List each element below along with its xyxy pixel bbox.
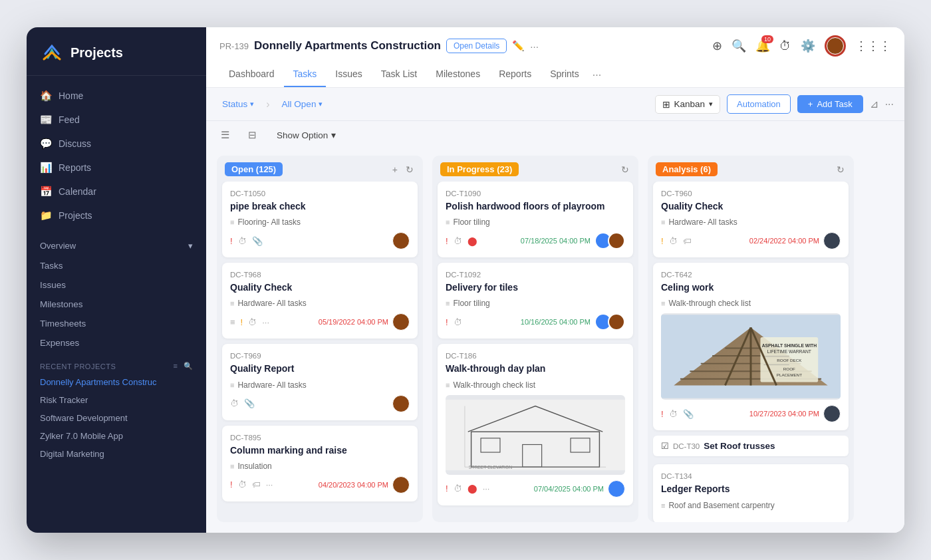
card-id: DC-T895 [230, 434, 410, 442]
sidebar-sub-expenses[interactable]: Expenses [27, 333, 206, 352]
card-footer: ! ⏱ 📎 [230, 232, 410, 249]
card-avatar [392, 476, 410, 493]
show-option-chevron: ▾ [331, 130, 336, 140]
open-badge: Open (125) [225, 162, 283, 176]
kanban-button[interactable]: ⊞ Kanban ▾ [655, 95, 721, 114]
recent-project-zylker[interactable]: Zylker 7.0 Mobile App [27, 427, 206, 445]
column-analysis-header: Analysis (6) ↻ [648, 156, 854, 182]
tag2-icon: 🏷 [683, 236, 692, 246]
sidebar-sub-milestones[interactable]: Milestones [27, 295, 206, 314]
recent-project-software[interactable]: Software Development [27, 409, 206, 427]
card-meta: ⏱ 📎 [230, 398, 255, 408]
subtask-left: ☑ DC-T30 Set Roof trusses [661, 441, 775, 451]
more-options-icon[interactable]: ··· [885, 98, 894, 110]
more-icon[interactable]: ··· [530, 41, 539, 52]
topbar-row1: PR-139 Donnelly Apartments Construction … [219, 35, 891, 57]
card-section: ≡ Roof and Basement carpentry [661, 501, 841, 510]
priority-high-icon: ! [446, 484, 448, 493]
column-add-icon[interactable]: + [391, 163, 399, 176]
column-refresh-icon[interactable]: ↻ [620, 163, 630, 176]
tab-tasks[interactable]: Tasks [284, 63, 327, 87]
card-right: 02/24/2022 04:00 PM [749, 232, 841, 249]
sidebar-sub-issues[interactable]: Issues [27, 275, 206, 295]
column-refresh-icon[interactable]: ↻ [835, 163, 846, 176]
recent-project-marketing[interactable]: Digital Marketing [27, 445, 206, 463]
tab-tasklist[interactable]: Task List [372, 63, 426, 87]
timer-icon[interactable]: ⏱ [779, 39, 791, 53]
card-meta: ! ⏱ 🏷 ··· [230, 480, 273, 490]
add-task-label: Add Task [817, 99, 852, 109]
automation-button[interactable]: Automation [727, 94, 791, 114]
column-inprogress-cards: DC-T1090 Polish hardwood floors of playr… [432, 182, 638, 511]
card-footer: ! ⏱ ⬤ ··· 07/04/2025 04:00 PM [446, 480, 625, 497]
add-icon: + [808, 99, 813, 109]
tab-reports[interactable]: Reports [489, 63, 541, 87]
column-analysis: Analysis (6) ↻ DC-T960 Quality Check ≡ [648, 156, 854, 522]
tag-icon: 🏷 [252, 480, 261, 490]
card-avatar [392, 395, 410, 412]
software-dev-label: Software Development [40, 413, 128, 423]
edit-icon[interactable]: ✏️ [512, 40, 525, 52]
card-section: ≡ Flooring- All tasks [230, 217, 410, 227]
recent-projects-label: Recent Projects [40, 362, 116, 370]
card-footer: ≡ ! ⏱ ··· 05/19/2022 04:00 PM [230, 313, 410, 331]
card-title: Walk-through day plan [446, 362, 625, 374]
column-analysis-actions: ↻ [835, 163, 846, 176]
sidebar-item-reports-label: Reports [59, 162, 91, 173]
sidebar-item-feed[interactable]: 📰 Feed [27, 108, 206, 132]
sidebar-item-reports[interactable]: 📊 Reports [27, 156, 206, 180]
all-open-filter[interactable]: All Open ▾ [277, 96, 329, 112]
sidebar-sub-timesheets[interactable]: Timesheets [27, 314, 206, 333]
sidebar-item-calendar[interactable]: 📅 Calendar [27, 180, 206, 204]
avatar[interactable] [825, 35, 846, 57]
svg-text:LIFETIME WARRANT: LIFETIME WARRANT [767, 350, 811, 354]
app-title: Projects [70, 45, 123, 61]
sidebar-item-home[interactable]: 🏠 Home [27, 84, 206, 108]
show-option-bar: ☰ ⊟ Show Option ▾ [206, 121, 904, 149]
list-view-icon[interactable]: ☰ [217, 126, 233, 144]
card-date: 04/20/2023 04:00 PM [319, 481, 388, 489]
subtask-id: DC-T30 [673, 442, 700, 450]
topbar: PR-139 Donnelly Apartments Construction … [206, 27, 904, 88]
notification-icon[interactable]: 🔔 10 [755, 39, 770, 53]
show-option-button[interactable]: Show Option ▾ [271, 128, 341, 142]
svg-rect-0 [446, 400, 625, 470]
column-refresh-icon[interactable]: ↻ [404, 163, 415, 176]
clock-icon: ⏱ [669, 409, 678, 419]
section-search-icon[interactable]: 🔍 [184, 362, 194, 370]
recent-project-donnelly[interactable]: Donnelly Apartments Construc [27, 373, 206, 391]
card-title: Delivery for tiles [446, 281, 625, 293]
card-right: 10/16/2025 04:00 PM [521, 313, 625, 331]
calendar-icon: 📅 [40, 186, 52, 198]
filter-icon[interactable]: ⊿ [870, 98, 878, 110]
plus-icon[interactable]: ⊕ [712, 39, 722, 53]
tab-milestones[interactable]: Milestones [426, 63, 489, 87]
settings-icon[interactable]: ⚙️ [801, 39, 815, 53]
tab-dashboard[interactable]: Dashboard [219, 63, 284, 87]
status-filter[interactable]: Status ▾ [217, 96, 259, 112]
card-meta: ! ⏱ [446, 317, 462, 327]
grid-icon[interactable]: ⋮⋮⋮ [855, 39, 891, 53]
browser-frame: Projects 🏠 Home 📰 Feed 💬 Discuss 📊 Rep [27, 27, 904, 533]
tab-sprints[interactable]: Sprints [541, 63, 589, 87]
toolbar-left: Status ▾ › All Open ▾ [217, 96, 328, 112]
more-icon[interactable]: ··· [266, 480, 273, 490]
open-details-button[interactable]: Open Details [446, 39, 507, 53]
tab-more[interactable]: ··· [589, 64, 605, 86]
priority-medium-icon: ! [241, 317, 243, 327]
sidebar-item-discuss[interactable]: 💬 Discuss [27, 132, 206, 156]
collapse-icon[interactable]: ⊟ [244, 126, 261, 144]
card-right: 07/18/2025 04:00 PM [521, 232, 625, 249]
tab-issues[interactable]: Issues [326, 63, 371, 87]
more-icon[interactable]: ··· [262, 317, 269, 327]
add-task-button[interactable]: + Add Task [797, 95, 863, 113]
card-section: ≡ Insulation [230, 462, 410, 471]
overview-toggle[interactable]: Overview ▾ [27, 235, 206, 256]
search-icon[interactable]: 🔍 [732, 39, 746, 53]
sidebar-item-projects[interactable]: 📁 Projects [27, 204, 206, 227]
more-icon[interactable]: ··· [483, 484, 490, 493]
sidebar-sub-tasks[interactable]: Tasks [27, 256, 206, 275]
recent-project-risk[interactable]: Risk Tracker [27, 391, 206, 409]
section-filter-icon[interactable]: ≡ [174, 362, 178, 370]
reports-icon: 📊 [40, 162, 52, 174]
